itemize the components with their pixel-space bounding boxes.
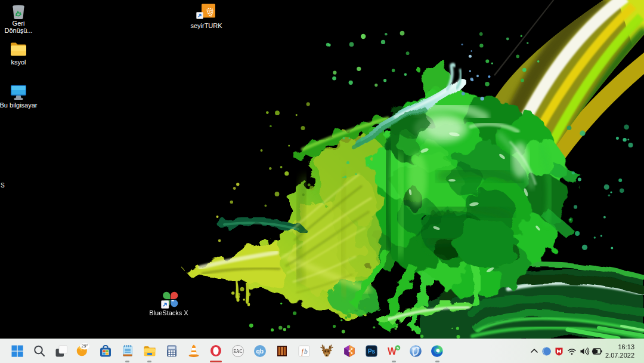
svg-text:29°: 29° xyxy=(81,343,88,349)
svg-text:s: s xyxy=(397,345,399,350)
svg-text:b: b xyxy=(304,348,308,355)
svg-text:W: W xyxy=(388,346,397,356)
svg-text:EAC: EAC xyxy=(234,349,243,354)
svg-text:qb: qb xyxy=(256,347,264,355)
svg-text:Ps: Ps xyxy=(368,348,376,355)
